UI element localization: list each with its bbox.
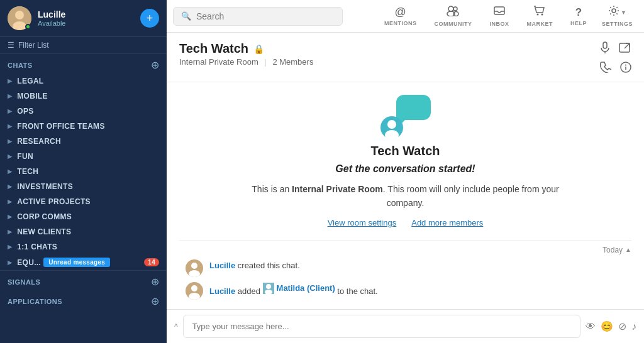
chevron-icon: ▶ xyxy=(8,244,12,250)
message-author: Lucille xyxy=(209,286,235,296)
add-more-members-link[interactable]: Add more members xyxy=(411,218,483,227)
sidebar-item-ops[interactable]: ▶ OPS xyxy=(0,104,167,119)
chats-add-button[interactable]: ⊕ xyxy=(151,59,159,71)
svg-point-11 xyxy=(541,14,543,16)
search-input[interactable] xyxy=(196,11,322,21)
welcome-section: Tech Watch Get the conversation started!… xyxy=(179,95,631,227)
chats-section-title: CHATS xyxy=(8,62,33,69)
message-avatar xyxy=(186,282,203,300)
sidebar-item-1to1-chats[interactable]: ▶ 1:1 CHATS xyxy=(0,239,167,254)
market-icon xyxy=(533,5,546,19)
svg-point-26 xyxy=(266,284,271,289)
today-divider: Today ▲ xyxy=(179,240,631,259)
sidebar-item-front-office-teams[interactable]: ▶ FRONT OFFICE TEAMS xyxy=(0,119,167,134)
welcome-desc-prefix: This is an xyxy=(252,184,292,194)
room-type: Internal Private Room xyxy=(179,57,258,67)
message-input[interactable] xyxy=(183,315,580,338)
sidebar-item-legal[interactable]: ▶ LEGAL xyxy=(0,74,167,89)
mic-button[interactable] xyxy=(600,41,610,57)
sidebar-item-equ[interactable]: ▶ EQU... Unread messages 14 xyxy=(0,254,167,270)
filter-label: Filter List xyxy=(18,41,49,50)
sidebar-item-corp-comms[interactable]: ▶ CORP COMMS xyxy=(0,209,167,224)
settings-label: SETTINGS xyxy=(602,21,633,27)
ban-icon[interactable]: ⊘ xyxy=(618,320,626,332)
sidebar-item-label: EQU... xyxy=(17,258,41,267)
user-status: Available xyxy=(38,19,140,27)
sidebar-item-active-projects[interactable]: ▶ ACTIVE PROJECTS xyxy=(0,194,167,209)
community-button[interactable]: COMMUNITY xyxy=(426,3,479,30)
signals-section-title: SIGNALS xyxy=(8,278,40,286)
applications-add-button[interactable]: ⊕ xyxy=(151,295,159,307)
svg-point-4 xyxy=(453,7,457,11)
sidebar: Lucille Available + ☰ Filter List CHATS … xyxy=(0,0,167,343)
chevron-icon: ▶ xyxy=(8,108,12,114)
chat-area: Tech Watch Get the conversation started!… xyxy=(167,82,644,309)
sidebar-item-mobile[interactable]: ▶ MOBILE xyxy=(0,89,167,104)
message-text: Lucille added Matilda (Client) to the ch… xyxy=(209,282,378,297)
sidebar-item-research[interactable]: ▶ RESEARCH xyxy=(0,134,167,149)
settings-button[interactable]: ▼ SETTINGS xyxy=(597,3,638,30)
sidebar-item-label: INVESTMENTS xyxy=(17,182,73,191)
sidebar-item-label: MOBILE xyxy=(17,92,47,101)
expand-button[interactable] xyxy=(619,41,630,57)
help-icon: ? xyxy=(575,6,582,19)
sidebar-item-label: OPS xyxy=(17,107,33,116)
sidebar-item-label: 1:1 CHATS xyxy=(17,242,57,251)
market-button[interactable]: MARKET xyxy=(519,3,560,30)
sidebar-item-label: NEW CLIENTS xyxy=(17,227,71,236)
svg-point-12 xyxy=(612,9,616,13)
chevron-icon: ▶ xyxy=(8,153,12,160)
filter-list-button[interactable]: ☰ Filter List xyxy=(0,37,167,54)
signals-add-button[interactable]: ⊕ xyxy=(151,276,159,288)
room-actions xyxy=(600,41,631,75)
expand-input-icon[interactable]: ^ xyxy=(174,322,178,331)
room-header: Tech Watch 🔒 Internal Private Room | 2 M… xyxy=(167,33,644,82)
inbox-button[interactable]: INBOX xyxy=(482,3,516,30)
search-box[interactable]: 🔍 xyxy=(173,7,343,26)
eye-icon[interactable]: 👁 xyxy=(586,321,596,332)
svg-point-23 xyxy=(189,270,200,277)
room-name: Tech Watch xyxy=(179,41,248,56)
add-button[interactable]: + xyxy=(140,9,159,28)
settings-gear-icon xyxy=(608,5,619,19)
message-row: Lucille created this chat. xyxy=(186,259,625,277)
music-icon[interactable]: ♪ xyxy=(631,321,636,332)
svg-point-24 xyxy=(191,285,197,291)
help-button[interactable]: ? HELP xyxy=(563,4,594,29)
unread-messages-button[interactable]: Unread messages xyxy=(43,258,110,267)
room-title-row: Tech Watch 🔒 xyxy=(179,41,313,56)
message-author: Lucille xyxy=(209,261,235,270)
sidebar-item-label: TECH xyxy=(17,167,38,176)
svg-point-22 xyxy=(191,263,197,269)
chats-section-header: CHATS ⊕ xyxy=(0,54,167,74)
sidebar-item-label: CORP COMMS xyxy=(17,212,72,221)
chevron-icon: ▶ xyxy=(8,183,12,190)
phone-button[interactable] xyxy=(600,62,611,75)
today-label: Today xyxy=(602,246,623,254)
main-area: 🔍 @ MENTIONS COMMUNITY INBOX xyxy=(167,0,644,343)
sidebar-item-tech[interactable]: ▶ TECH xyxy=(0,164,167,179)
sidebar-item-label: FRONT OFFICE TEAMS xyxy=(17,122,104,131)
sidebar-item-investments[interactable]: ▶ INVESTMENTS xyxy=(0,179,167,194)
emoji-icon[interactable]: 😊 xyxy=(601,320,613,332)
sidebar-content: CHATS ⊕ ▶ LEGAL ▶ MOBILE ▶ OPS ▶ FRONT O… xyxy=(0,54,167,343)
mentions-button[interactable]: @ MENTIONS xyxy=(377,3,425,29)
chevron-icon: ▶ xyxy=(8,168,12,175)
message-suffix: to the chat. xyxy=(337,286,377,296)
chevron-icon: ▶ xyxy=(8,199,12,205)
sidebar-item-label: RESEARCH xyxy=(17,137,61,146)
room-links: View room settings Add more members xyxy=(328,218,484,227)
signals-section-header: SIGNALS ⊕ xyxy=(0,270,167,290)
sidebar-header: Lucille Available + xyxy=(0,0,167,37)
sidebar-item-fun[interactable]: ▶ FUN xyxy=(0,149,167,164)
message-text: Lucille created this chat. xyxy=(209,259,300,272)
info-button[interactable] xyxy=(620,62,631,75)
svg-point-3 xyxy=(448,6,453,11)
view-room-settings-link[interactable]: View room settings xyxy=(328,218,397,227)
unread-count-badge: 14 xyxy=(144,258,159,266)
search-icon: 🔍 xyxy=(181,11,191,21)
sidebar-item-new-clients[interactable]: ▶ NEW CLIENTS xyxy=(0,224,167,239)
svg-line-16 xyxy=(625,43,630,48)
chevron-icon: ▶ xyxy=(8,78,12,84)
message-row: Lucille added Matilda (Client) to the ch… xyxy=(186,282,625,300)
